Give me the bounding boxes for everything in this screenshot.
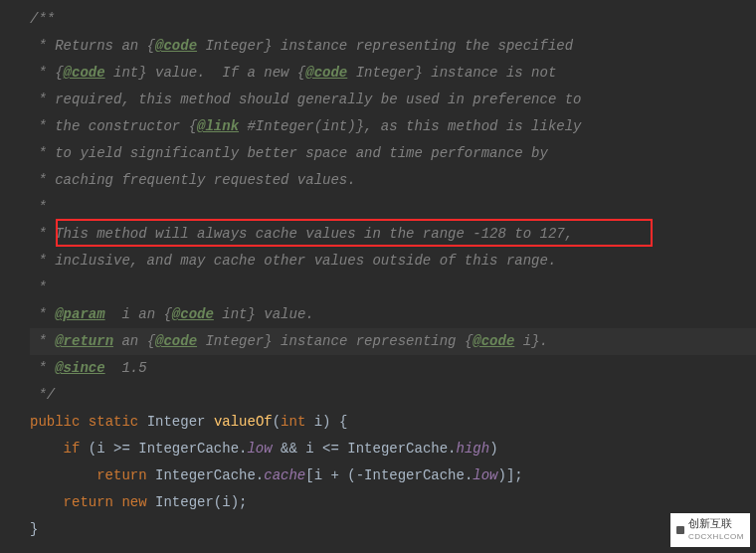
doc-line: * @param i an {@code int} value. (30, 301, 756, 328)
static-field: cache (264, 467, 305, 483)
javadoc-tag: @code (155, 38, 197, 54)
static-field: high (457, 441, 490, 457)
code-line: } (30, 516, 756, 543)
javadoc-tag: @code (305, 65, 347, 81)
javadoc-tag: @since (55, 360, 104, 376)
watermark: 创新互联 CDCXHLCOM (670, 513, 750, 547)
javadoc-tag: @code (64, 65, 105, 81)
doc-line: * (30, 275, 756, 301)
doc-line: * caching frequently requested values. (30, 167, 756, 194)
code-editor: /** * Returns an {@code Integer} instanc… (0, 0, 756, 543)
doc-line-current: * @return an {@code Integer} instance re… (30, 328, 756, 355)
method-name: valueOf (214, 414, 273, 430)
doc-line: /** (30, 6, 756, 33)
javadoc-tag: @return (55, 333, 113, 349)
doc-line: * required, this method should generally… (30, 87, 756, 113)
watermark-title: 创新互联 (688, 517, 732, 529)
doc-line: * inclusive, and may cache other values … (30, 248, 756, 275)
code-line: return new Integer(i); (30, 489, 756, 516)
javadoc-tag: @code (155, 333, 197, 349)
doc-line-highlighted: * This method will always cache values i… (30, 221, 756, 248)
code-line: if (i >= IntegerCache.low && i <= Intege… (30, 436, 756, 462)
javadoc-tag: @code (472, 333, 514, 349)
code-line: public static Integer valueOf(int i) { (30, 409, 756, 436)
static-field: low (247, 441, 272, 457)
watermark-sub: CDCXHLCOM (688, 530, 744, 544)
doc-line: * {@code int} value. If a new {@code Int… (30, 60, 756, 87)
doc-line: * Returns an {@code Integer} instance re… (30, 33, 756, 60)
static-field: low (472, 467, 497, 483)
watermark-icon (676, 526, 684, 534)
code-line: return IntegerCache.cache[i + (-IntegerC… (30, 462, 756, 489)
javadoc-tag: @param (55, 306, 104, 322)
doc-line: * to yield significantly better space an… (30, 140, 756, 167)
doc-line: * @since 1.5 (30, 355, 756, 382)
javadoc-tag: @code (172, 306, 214, 322)
doc-line: * the constructor {@link #Integer(int)},… (30, 113, 756, 140)
doc-line: * (30, 194, 756, 221)
doc-line: */ (30, 382, 756, 409)
javadoc-tag: @link (197, 118, 239, 134)
